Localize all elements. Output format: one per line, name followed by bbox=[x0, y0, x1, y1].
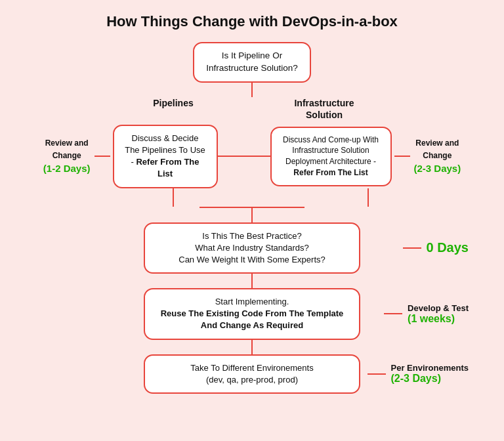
diagram-container: How Things Change with DevOps-in-a-box I… bbox=[16, 13, 488, 407]
implement-box: Start Implementing. Reuse The Existing C… bbox=[144, 288, 360, 340]
environments-box: Take To Different Environements (dev, qa… bbox=[144, 354, 360, 394]
connector-after-implement bbox=[251, 340, 253, 354]
pipelines-label: Pipelines bbox=[153, 98, 193, 108]
develop-h-connector bbox=[384, 313, 402, 314]
per-env-days: (2-3 Days) bbox=[391, 373, 441, 385]
right-side-label: Review and Change (2-3 Days) bbox=[414, 137, 461, 175]
develop-test-days: (1 weeks) bbox=[408, 313, 455, 325]
merge-hline bbox=[200, 207, 304, 208]
page-title: How Things Change with DevOps-in-a-box bbox=[106, 13, 398, 30]
h-line-mid bbox=[218, 156, 244, 157]
zero-days-label: 0 Days bbox=[427, 240, 469, 255]
zero-h-connector bbox=[403, 247, 421, 249]
per-env-h-connector bbox=[368, 373, 386, 375]
left-h-connector bbox=[94, 156, 110, 157]
connector-mid bbox=[251, 208, 253, 222]
pipelines-box: Discuss & Decide The Pipelines To Use - … bbox=[113, 125, 218, 188]
connector-top bbox=[251, 83, 253, 97]
left-side-label: Review and Change (1-2 Days) bbox=[43, 137, 91, 175]
per-env-label: Per Environements bbox=[391, 363, 469, 373]
infra-box: Discuss And Come-up With Infrastructure … bbox=[270, 127, 392, 186]
top-decision-box: Is It Pipeline Or Infrastructure Solutio… bbox=[193, 42, 311, 83]
best-practice-box: Is This The Best Practice? What Are Indu… bbox=[144, 222, 360, 274]
right-vert-connector bbox=[368, 188, 369, 207]
develop-test-label: Develop & Test bbox=[408, 303, 469, 313]
right-h-connector bbox=[394, 156, 410, 157]
infra-label: Infrastructure Solution bbox=[294, 98, 354, 120]
h-line-mid2 bbox=[244, 156, 270, 157]
connector-after-bestpractice bbox=[251, 274, 253, 288]
left-vert-connector bbox=[173, 188, 174, 207]
